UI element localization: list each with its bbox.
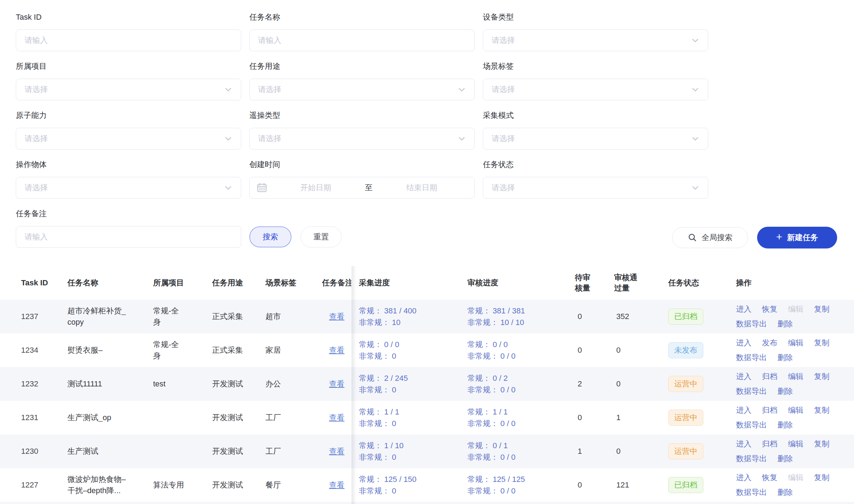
status-cell: 已归档 [668, 477, 736, 493]
op-link[interactable]: 删除 [777, 454, 793, 464]
task-name-cell: 熨烫衣服– [67, 345, 153, 356]
atomic-ability-select[interactable]: 请选择 [16, 128, 241, 150]
purpose-cell: 正式采集 [212, 345, 265, 356]
calendar-icon [257, 183, 267, 193]
op-link[interactable]: 进入 [736, 473, 751, 483]
op-link[interactable]: 编辑 [788, 439, 803, 449]
op-link[interactable]: 删除 [777, 353, 793, 363]
project-select[interactable]: 请选择 [16, 79, 241, 100]
op-link[interactable]: 删除 [777, 319, 793, 329]
date-range-picker[interactable]: 开始日期 至 结束日期 [249, 177, 475, 199]
op-link[interactable]: 进入 [736, 372, 751, 382]
op-link[interactable]: 进入 [736, 338, 751, 348]
filter-field-purpose: 任务用途 请选择 [249, 62, 475, 100]
op-link[interactable]: 数据导出 [736, 353, 767, 363]
op-link[interactable]: 进入 [736, 304, 751, 314]
note-cell: 查看 [322, 412, 352, 423]
view-link[interactable]: 查看 [329, 412, 344, 423]
task-id-cell: 1231 [21, 413, 67, 422]
review-progress-cell: 常规： 381 / 381非常规： 10 / 10 [467, 305, 575, 328]
op-link[interactable]: 复制 [814, 338, 829, 348]
op-link[interactable]: 编辑 [788, 372, 803, 382]
op-link[interactable]: 进入 [736, 439, 751, 449]
field-label: 场景标签 [483, 62, 708, 71]
op-link[interactable]: 恢复 [762, 473, 777, 483]
approved-count-cell: 352 [614, 312, 668, 321]
task-id-cell: 1237 [21, 312, 67, 321]
approved-count-cell: 121 [614, 480, 668, 490]
create-task-button[interactable]: + 新建任务 [757, 227, 837, 248]
filter-field-device-type: 设备类型 请选择 [483, 13, 708, 51]
date-range-separator: 至 [361, 183, 376, 193]
view-link[interactable]: 查看 [329, 379, 344, 389]
task-note-input[interactable]: 请输入 [16, 226, 241, 248]
pending-count-cell: 0 [575, 413, 614, 422]
op-link[interactable]: 删除 [777, 386, 793, 396]
op-link[interactable]: 编辑 [788, 405, 803, 415]
chevron-down-icon [224, 85, 232, 94]
global-search-button[interactable]: 全局搜索 [672, 227, 748, 248]
view-link[interactable]: 查看 [329, 480, 344, 490]
task-id-input[interactable]: 请输入 [16, 29, 241, 51]
chevron-down-icon [458, 85, 466, 94]
note-cell: 查看 [322, 480, 352, 490]
table-row: 1230 生产测试 开发测试 工厂 查看 常规： 1 / 10非常规： 0 常规… [0, 435, 854, 468]
end-date-input[interactable]: 结束日期 [376, 183, 467, 193]
scene-cell: 办公 [265, 379, 322, 389]
collect-progress-cell: 常规： 1 / 1非常规： 0 [352, 406, 467, 429]
op-link[interactable]: 归档 [762, 439, 777, 449]
task-name-input[interactable]: 请输入 [249, 29, 475, 51]
review-progress-cell: 常规： 125 / 125非常规： 0 / 0 [467, 473, 575, 497]
op-link[interactable]: 数据导出 [736, 420, 767, 430]
op-link[interactable]: 恢复 [762, 304, 777, 314]
view-link[interactable]: 查看 [329, 446, 344, 457]
op-link[interactable]: 数据导出 [736, 488, 767, 497]
note-cell: 查看 [322, 446, 352, 457]
collect-progress-cell: 常规： 125 / 150非常规： 0 [352, 473, 467, 497]
col-header-scene: 场景标签 [265, 278, 322, 288]
col-header-status: 任务状态 [668, 278, 736, 288]
chevron-down-icon [691, 85, 699, 94]
note-cell: 查看 [322, 311, 352, 322]
view-link[interactable]: 查看 [329, 345, 344, 356]
op-link[interactable]: 复制 [814, 372, 829, 382]
purpose-select[interactable]: 请选择 [249, 79, 475, 100]
filter-field-collect-mode: 采集模式 请选择 [483, 111, 708, 150]
object-select[interactable]: 请选择 [16, 177, 241, 199]
col-header-project: 所属项目 [153, 278, 212, 288]
op-link[interactable]: 进入 [736, 405, 751, 415]
col-header-pending-count: 待审核量 [575, 272, 614, 293]
op-link[interactable]: 复制 [814, 439, 829, 449]
op-link[interactable]: 删除 [777, 488, 793, 497]
status-cell: 运营中 [668, 376, 736, 392]
collect-mode-select[interactable]: 请选择 [483, 128, 708, 150]
chevron-down-icon [224, 184, 232, 192]
scene-tag-select[interactable]: 请选择 [483, 79, 708, 100]
op-link[interactable]: 数据导出 [736, 454, 767, 464]
status-cell: 已归档 [668, 309, 736, 325]
op-link[interactable]: 复制 [814, 405, 829, 415]
op-link[interactable]: 数据导出 [736, 319, 767, 329]
device-type-select[interactable]: 请选择 [483, 29, 708, 51]
status-badge: 已归档 [668, 309, 703, 325]
chevron-down-icon [224, 134, 232, 143]
teleop-type-select[interactable]: 请选择 [249, 128, 475, 150]
op-link[interactable]: 数据导出 [736, 386, 767, 396]
op-link[interactable]: 发布 [762, 338, 777, 348]
op-link[interactable]: 删除 [777, 420, 793, 430]
search-button[interactable]: 搜索 [249, 226, 291, 247]
op-link[interactable]: 复制 [814, 304, 829, 314]
filter-field-create-time: 创建时间 开始日期 至 结束日期 [249, 160, 475, 199]
view-link[interactable]: 查看 [329, 311, 344, 322]
op-link[interactable]: 归档 [762, 372, 777, 382]
chevron-down-icon [691, 184, 699, 192]
field-label: 任务用途 [249, 62, 475, 71]
col-header-task-id: Task ID [21, 278, 67, 287]
purpose-cell: 开发测试 [212, 480, 265, 490]
op-link[interactable]: 归档 [762, 405, 777, 415]
task-status-select[interactable]: 请选择 [483, 177, 708, 199]
start-date-input[interactable]: 开始日期 [270, 183, 361, 193]
op-link[interactable]: 复制 [814, 473, 829, 483]
op-link[interactable]: 编辑 [788, 338, 803, 348]
reset-button[interactable]: 重置 [301, 226, 342, 247]
